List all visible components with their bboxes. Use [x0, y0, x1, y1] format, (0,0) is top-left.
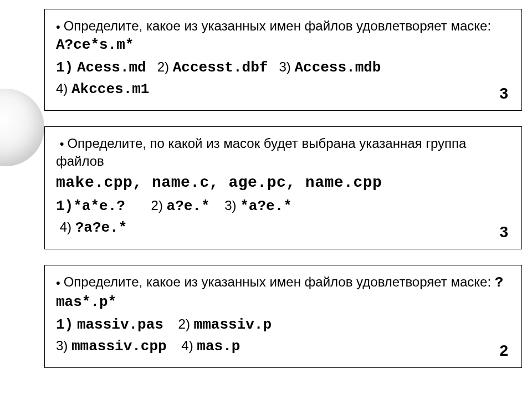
- option-3-2-file: mmassiv.p: [194, 316, 272, 333]
- question-1-mask: A?ce*s.m*: [56, 37, 134, 53]
- question-2-prompt: •Определите, по какой из масок будет выб…: [56, 135, 510, 171]
- option-2-1-num: 1): [56, 198, 73, 214]
- question-2-text: Определите, по какой из масок будет выбр…: [56, 136, 466, 169]
- option-3-2-num: 2): [178, 316, 190, 331]
- question-1-text: Определите, какое из указанных имен файл…: [64, 18, 491, 33]
- option-1-3-file: Access.mdb: [294, 59, 381, 76]
- question-2-options: 1)*a*e.? 2) a?e.* 3) *a?e.* 4) ?a?e.*: [56, 196, 510, 239]
- option-1-4-file: Akcces.m1: [71, 81, 149, 98]
- option-3-3-num: 3): [56, 338, 68, 353]
- bullet-icon: •: [60, 136, 64, 152]
- bullet-icon: •: [56, 275, 60, 291]
- option-2-4-mask: ?a?e.*: [75, 219, 127, 236]
- question-3-options: 1) massiv.pas 2) mmassiv.p 3) mmassiv.cp…: [56, 314, 510, 357]
- question-1-answer: 3: [499, 85, 508, 103]
- option-3-3-file: mmassiv.cpp: [71, 338, 167, 355]
- option-3-4-file: mas.p: [197, 338, 240, 355]
- question-2-answer: 3: [499, 223, 508, 241]
- decorative-circle: [0, 89, 44, 166]
- option-3-1-num: 1): [56, 316, 73, 333]
- question-3-text: Определите, какое из указанных имен файл…: [64, 274, 495, 289]
- option-2-3-num: 3): [224, 198, 236, 213]
- option-2-4-num: 4): [60, 219, 71, 234]
- slide-canvas: •Определите, какое из указанных имен фай…: [0, 0, 532, 399]
- option-1-2-file: Accesst.dbf: [173, 59, 268, 76]
- option-1-1-num: 1): [56, 59, 73, 76]
- question-2-filelist: make.cpp, name.c, age.pc, name.cpp: [56, 172, 510, 193]
- question-3-answer: 2: [499, 342, 508, 360]
- option-3-4-num: 4): [181, 338, 193, 353]
- question-3-prompt: •Определите, какое из указанных имен фай…: [56, 273, 510, 312]
- option-2-2-mask: a?e.*: [167, 198, 210, 214]
- option-2-3-mask: *a?e.*: [240, 198, 292, 214]
- option-1-4-num: 4): [56, 81, 68, 96]
- question-box-3: •Определите, какое из указанных имен фай…: [44, 265, 522, 368]
- question-1-prompt: •Определите, какое из указанных имен фай…: [56, 17, 510, 55]
- question-1-options: 1) Acess.md 2) Accesst.dbf 3) Access.mdb…: [56, 57, 510, 100]
- question-box-1: •Определите, какое из указанных имен фай…: [44, 9, 522, 111]
- option-2-2-num: 2): [151, 198, 163, 213]
- option-1-3-num: 3): [279, 59, 290, 74]
- option-3-1-file: massiv.pas: [77, 316, 163, 333]
- bullet-icon: •: [56, 19, 60, 35]
- option-1-1-file: Acess.md: [77, 59, 146, 76]
- option-1-2-num: 2): [157, 59, 169, 74]
- question-box-2: •Определите, по какой из масок будет выб…: [44, 126, 522, 250]
- option-2-1-mask: *a*e.?: [73, 198, 125, 214]
